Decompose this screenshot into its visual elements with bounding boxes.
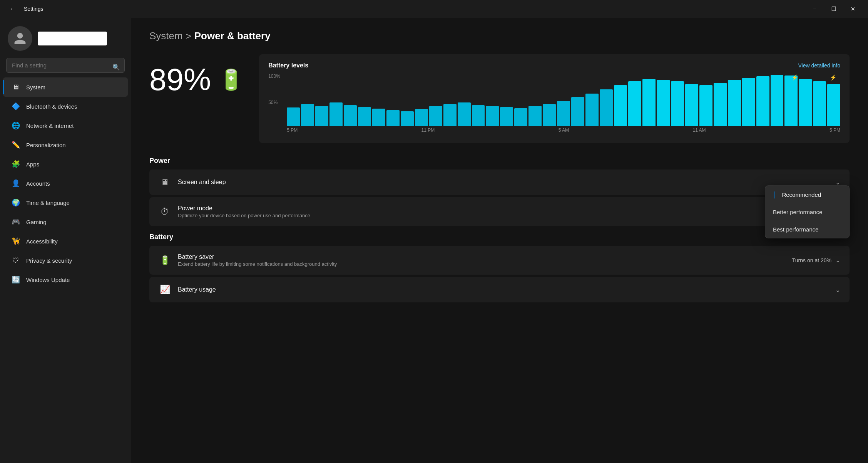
nav-label-gaming: Gaming <box>26 219 47 225</box>
nav-label-accounts: Accounts <box>26 180 50 187</box>
battery-section-header: Battery <box>149 233 850 241</box>
view-detailed-info-link[interactable]: View detailed info <box>798 62 840 69</box>
battery-usage-row[interactable]: 📈 Battery usage ⌄ <box>149 277 850 302</box>
battery-saver-value: Turns on at 20% <box>792 257 831 263</box>
dropdown-item-recommended-label: Recommended <box>782 191 821 198</box>
screen-sleep-row[interactable]: 🖥 Screen and sleep ⌄ <box>149 169 850 195</box>
chart-bar-20 <box>571 97 584 126</box>
search-input[interactable] <box>6 58 125 73</box>
battery-saver-row[interactable]: 🔋 Battery saver Extend battery life by l… <box>149 246 850 275</box>
power-mode-text: Power mode Optimize your device based on… <box>178 205 840 218</box>
chart-bar-24 <box>628 81 641 126</box>
chart-bar-25 <box>642 79 656 126</box>
nav-label-bluetooth: Bluetooth & devices <box>26 103 77 110</box>
dropdown-item-better-performance-label: Better performance <box>773 208 822 215</box>
sidebar-item-personalization[interactable]: ✏️ Personalization <box>3 135 128 154</box>
nav-label-apps: Apps <box>26 161 39 168</box>
nav-label-accessibility: Accessibility <box>26 238 58 245</box>
battery-chart: Battery levels View detailed info 100% 5… <box>259 54 850 143</box>
screen-sleep-title: Screen and sleep <box>178 179 828 186</box>
x-label-5pm: 5 PM <box>287 127 298 135</box>
dropdown-item-best-performance[interactable]: Best performance <box>765 220 849 238</box>
back-button[interactable]: ← <box>6 3 19 15</box>
charge-pin-2: ⚡ <box>830 74 836 81</box>
battery-usage-icon: 📈 <box>159 285 171 295</box>
sidebar-item-accessibility[interactable]: 🦮 Accessibility <box>3 232 128 251</box>
sidebar-item-accounts[interactable]: 👤 Accounts <box>3 174 128 193</box>
nav-icon-network: 🌐 <box>11 121 21 131</box>
main-layout: 🔍 🖥 System 🔷 Bluetooth & devices 🌐 Netwo… <box>0 18 868 463</box>
dropdown-item-recommended[interactable]: Recommended <box>765 186 849 203</box>
chart-bar-29 <box>699 85 712 126</box>
nav-icon-bluetooth: 🔷 <box>11 101 21 111</box>
breadcrumb-current: Power & battery <box>194 30 271 42</box>
chart-bar-0 <box>287 107 300 126</box>
nav-icon-personalization: ✏️ <box>11 140 21 150</box>
power-mode-dropdown[interactable]: Recommended Better performance Best perf… <box>765 185 850 238</box>
battery-saver-subtitle: Extend battery life by limiting some not… <box>178 261 785 267</box>
battery-saver-chevron-icon: ⌄ <box>835 257 840 264</box>
maximize-button[interactable]: ❐ <box>825 3 843 15</box>
nav-label-network: Network & internet <box>26 122 74 129</box>
battery-usage-card: 📈 Battery usage ⌄ <box>149 277 850 302</box>
sidebar-item-bluetooth[interactable]: 🔷 Bluetooth & devices <box>3 97 128 116</box>
chart-bar-33 <box>756 76 769 126</box>
top-section: 89% 🔋 Battery levels View detailed info … <box>149 54 850 143</box>
nav-icon-system: 🖥 <box>11 82 21 92</box>
chart-title: Battery levels <box>268 62 308 69</box>
battery-percent-display: 89% 🔋 <box>149 62 244 97</box>
power-mode-icon: ⏱ <box>159 207 171 217</box>
battery-saver-text: Battery saver Extend battery life by lim… <box>178 253 785 267</box>
close-button[interactable]: ✕ <box>844 3 862 15</box>
chart-bar-21 <box>585 94 599 126</box>
screen-sleep-card: 🖥 Screen and sleep ⌄ <box>149 169 850 195</box>
chart-bar-6 <box>372 109 385 126</box>
chart-bar-38 <box>827 84 840 126</box>
battery-icon: 🔋 <box>219 68 244 92</box>
power-mode-title: Power mode <box>178 205 840 212</box>
chart-bar-18 <box>543 104 556 126</box>
user-icon <box>13 32 27 45</box>
nav-icon-accounts: 👤 <box>11 178 21 188</box>
sidebar-item-network[interactable]: 🌐 Network & internet <box>3 116 128 135</box>
chart-bar-37 <box>813 81 826 126</box>
screen-sleep-chevron-icon: ⌄ <box>835 179 840 186</box>
battery-usage-title: Battery usage <box>178 286 828 293</box>
breadcrumb: System > Power & battery <box>149 30 850 42</box>
nav-icon-privacy: 🛡 <box>11 255 21 265</box>
power-section-header: Power <box>149 157 850 165</box>
dropdown-item-better-performance[interactable]: Better performance <box>765 203 849 220</box>
nav-label-windows-update: Windows Update <box>26 277 70 283</box>
sidebar-item-gaming[interactable]: 🎮 Gaming <box>3 212 128 232</box>
sidebar-item-windows-update[interactable]: 🔄 Windows Update <box>3 270 128 289</box>
battery-saver-card: 🔋 Battery saver Extend battery life by l… <box>149 246 850 275</box>
chart-bar-8 <box>401 111 414 126</box>
avatar <box>8 26 32 51</box>
chart-x-labels: 5 PM 11 PM 5 AM 11 AM 5 PM <box>287 127 840 135</box>
search-icon: 🔍 <box>112 63 120 70</box>
minimize-button[interactable]: − <box>806 3 823 15</box>
chart-bar-2 <box>315 106 328 126</box>
user-area[interactable] <box>0 22 131 57</box>
nav-label-time: Time & language <box>26 200 70 206</box>
sidebar: 🔍 🖥 System 🔷 Bluetooth & devices 🌐 Netwo… <box>0 18 131 463</box>
y-label-100: 100% <box>268 74 285 79</box>
sidebar-item-system[interactable]: 🖥 System <box>3 77 128 97</box>
chart-bar-12 <box>458 102 471 126</box>
chart-bar-7 <box>386 110 400 126</box>
chart-bar-14 <box>486 106 499 126</box>
dropdown-item-best-performance-label: Best performance <box>773 226 818 232</box>
battery-percent-value: 89% <box>149 62 211 97</box>
sidebar-item-time[interactable]: 🌍 Time & language <box>3 193 128 212</box>
battery-saver-icon: 🔋 <box>159 255 171 265</box>
chart-bar-15 <box>500 107 513 126</box>
sidebar-item-apps[interactable]: 🧩 Apps <box>3 154 128 174</box>
sidebar-item-privacy[interactable]: 🛡 Privacy & security <box>3 251 128 270</box>
nav-icon-windows-update: 🔄 <box>11 275 21 285</box>
titlebar-controls: − ❐ ✕ <box>806 3 862 15</box>
chart-bar-28 <box>685 84 698 126</box>
nav-icon-accessibility: 🦮 <box>11 236 21 246</box>
power-mode-row[interactable]: ⏱ Power mode Optimize your device based … <box>149 197 850 226</box>
chart-y-labels: 100% 50% <box>268 74 285 126</box>
content-area: System > Power & battery 89% 🔋 Battery l… <box>131 18 868 463</box>
